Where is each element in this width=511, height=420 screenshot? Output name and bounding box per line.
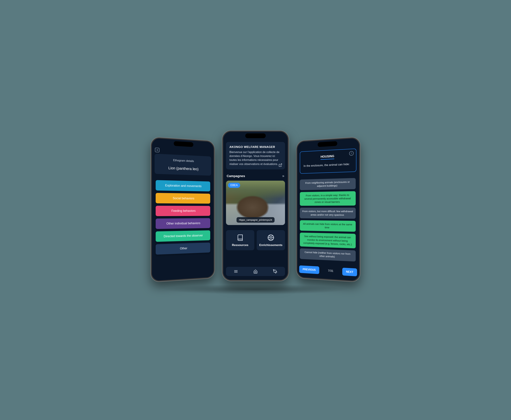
page-counter: 7/31 [328,269,333,273]
category-social[interactable]: Social behaviors [156,193,210,204]
book-icon [237,234,244,241]
answer-option[interactable]: From visitors, but more difficult: few w… [300,208,355,219]
question-card: ? HOUSING In the enclosure, the animal c… [300,148,356,174]
bottom-navbar [226,267,285,276]
campaign-badge: EBEA [228,183,240,188]
close-icon[interactable]: ✕ [155,148,159,152]
ball-icon [267,234,274,241]
answer-option[interactable]: Cannot hide (neither from visitors nor f… [300,248,355,262]
welcome-card: AKONGO WELFARE MANAGER Bienvenue sur l'a… [226,142,285,169]
campaign-name: Hippo_campagne_printemps24 [237,217,274,223]
enrichments-card[interactable]: Enrichissements [257,230,285,250]
answer-option[interactable]: All animals can hide from visitors at th… [300,220,355,232]
ethogram-header: Ethogram details Lion (panthera leo) [155,154,211,176]
campaigns-heading: Campagnes [227,174,245,178]
previous-button[interactable]: PREVIOUS [299,265,319,274]
answer-list: From neighboring animals (enclosures or … [300,178,356,262]
resources-card[interactable]: Ressources [226,230,254,250]
category-other-ind[interactable]: Other individual behaviors [156,218,210,229]
next-button[interactable]: NEXT [342,268,357,276]
category-feeding[interactable]: Feeding behaviors [156,206,210,216]
category-other[interactable]: Other [156,243,210,255]
home-icon[interactable] [253,269,258,274]
welcome-body: Bienvenue sur l'application de collecte … [230,150,281,166]
phone-left: ✕ Ethogram details Lion (panthera leo) E… [151,137,215,282]
answer-option[interactable]: See without being exposed: the animal ca… [300,233,355,248]
phone-right: ? HOUSING In the enclosure, the animal c… [296,137,360,282]
answer-option[interactable]: From neighboring animals (enclosures or … [300,178,355,190]
species-name: Lion (panthera leo) [158,165,208,172]
resources-label: Ressources [232,243,248,247]
category-exploration[interactable]: Exploration and movements [156,180,210,191]
footer-nav: PREVIOUS 7/31 NEXT [299,265,357,276]
external-link-icon[interactable] [279,163,282,167]
answer-option[interactable]: From visitors, in a simple way: thanks t… [300,191,355,206]
section-title: HOUSING [320,154,334,160]
enrichments-label: Enrichissements [259,243,282,247]
menu-icon[interactable] [234,269,238,274]
pen-icon[interactable] [273,269,277,274]
phone-center: AKONGO WELFARE MANAGER Bienvenue sur l'a… [222,131,289,281]
category-observer[interactable]: Directed towards the observer [156,230,210,242]
chevron-right-icon[interactable]: » [282,174,284,178]
ethogram-title: Ethogram details [158,158,208,164]
campaign-card[interactable]: EBEA Hippo_campagne_printemps24 [226,181,285,225]
welcome-title: AKONGO WELFARE MANAGER [230,145,281,149]
category-list: Exploration and movements Social behavio… [155,180,211,255]
svg-line-0 [280,164,282,165]
